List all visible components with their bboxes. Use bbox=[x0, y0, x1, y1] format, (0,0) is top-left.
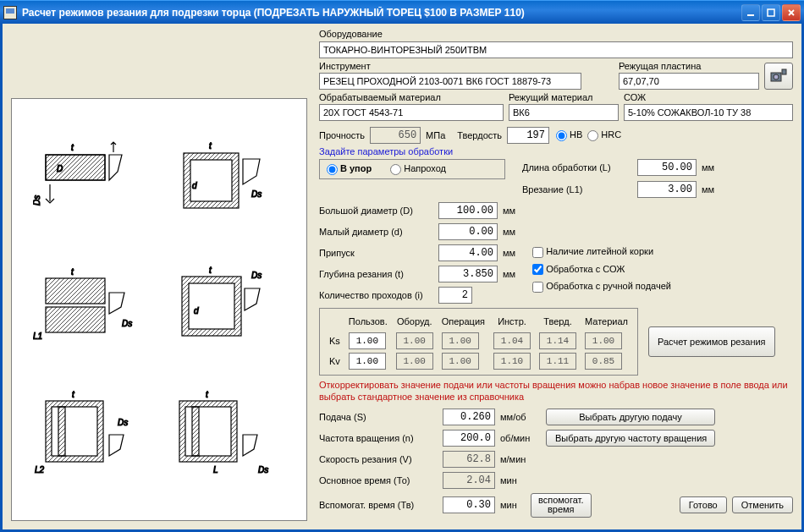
plunge-field[interactable]: 3.00 bbox=[637, 181, 697, 198]
aux-time-button[interactable]: вспомогат. время bbox=[531, 493, 592, 518]
hrc-radio[interactable] bbox=[587, 130, 598, 141]
ks-user[interactable]: 1.00 bbox=[349, 332, 386, 349]
mode-group: В упор Напроход bbox=[319, 159, 505, 179]
manual-check-wrap[interactable]: Обработка с ручной подачей bbox=[532, 281, 671, 293]
workmat-label: Обрабатываемый материал bbox=[319, 92, 504, 102]
svg-text:t: t bbox=[209, 141, 212, 151]
ks-equip: 1.00 bbox=[396, 332, 433, 349]
diagram-1: Ds t D bbox=[33, 138, 151, 231]
manual-check[interactable] bbox=[532, 282, 543, 293]
length-label: Длина обработки (L) bbox=[522, 162, 632, 173]
coolant-label: СОЖ bbox=[624, 92, 793, 102]
svg-text:L2: L2 bbox=[35, 465, 45, 474]
kv-hard: 1.11 bbox=[539, 353, 576, 370]
svg-text:Ds: Ds bbox=[122, 319, 132, 328]
diagram-4: t Ds d bbox=[167, 263, 285, 356]
hardness-field[interactable]: 197 bbox=[507, 127, 549, 144]
casting-check-wrap[interactable]: Наличие литейной корки bbox=[532, 246, 671, 258]
strength-label: Прочность bbox=[319, 130, 365, 140]
casting-check[interactable] bbox=[532, 247, 543, 258]
bigdia-field[interactable]: 100.00 bbox=[438, 202, 498, 219]
taux-field[interactable]: 0.30 bbox=[443, 496, 495, 513]
vupor-radio[interactable] bbox=[327, 164, 338, 175]
svg-text:t: t bbox=[209, 266, 212, 275]
maximize-button[interactable] bbox=[762, 4, 780, 21]
note-text: Откорректировать значение подачи или час… bbox=[319, 380, 793, 403]
tmain-field: 2.04 bbox=[443, 472, 495, 489]
svg-text:Ds: Ds bbox=[118, 418, 128, 427]
svg-rect-1 bbox=[768, 9, 774, 16]
svg-text:Ds: Ds bbox=[33, 195, 41, 206]
svg-text:Ds: Ds bbox=[251, 271, 262, 280]
rpm-label: Частота вращения (n) bbox=[319, 433, 438, 443]
ks-mat: 1.00 bbox=[585, 332, 622, 349]
coolant-field[interactable]: 5-10% СОЖАКВОЛ-10 ТУ 38 bbox=[624, 104, 793, 121]
diagram-5: t Ds L2 bbox=[33, 388, 151, 481]
coolant-check[interactable] bbox=[532, 264, 543, 275]
feed-label: Подача (S) bbox=[319, 412, 438, 422]
close-button[interactable] bbox=[782, 4, 801, 21]
svg-text:t: t bbox=[206, 390, 209, 399]
svg-text:Ds: Ds bbox=[251, 189, 262, 199]
svg-text:t: t bbox=[71, 267, 74, 277]
smalldia-field[interactable]: 0.00 bbox=[438, 223, 498, 240]
hb-radio-wrap[interactable]: HB bbox=[556, 129, 582, 141]
speed-label: Скорость резания (V) bbox=[319, 454, 438, 464]
kv-user[interactable]: 1.00 bbox=[349, 353, 386, 370]
svg-text:L: L bbox=[213, 465, 218, 474]
passes-field[interactable]: 2 bbox=[438, 287, 472, 304]
workmat-field[interactable]: 20Х ГОСТ 4543-71 bbox=[319, 104, 504, 121]
depth-field[interactable]: 3.850 bbox=[438, 266, 498, 282]
tmain-label: Основное время (То) bbox=[319, 475, 438, 485]
plunge-label: Врезание (L1) bbox=[522, 184, 632, 195]
rpm-field[interactable]: 200.0 bbox=[443, 430, 495, 447]
naprohod-radio[interactable] bbox=[390, 164, 401, 175]
svg-rect-36 bbox=[782, 69, 786, 74]
feed-field[interactable]: 0.260 bbox=[443, 409, 495, 425]
allowance-field[interactable]: 4.00 bbox=[438, 244, 498, 261]
vupor-radio-wrap[interactable]: В упор bbox=[327, 163, 372, 175]
equipment-label: Оборудование bbox=[319, 29, 793, 39]
insert-field[interactable]: 67,07,70 bbox=[619, 73, 759, 90]
equipment-field[interactable]: ТОКАРНО-ВИНТОРЕЗНЫЙ 250ИТВМ bbox=[319, 41, 793, 58]
bigdia-label: Большой диаметр (D) bbox=[319, 206, 433, 216]
svg-text:t: t bbox=[71, 143, 74, 152]
ks-oper: 1.00 bbox=[442, 332, 479, 349]
done-button[interactable]: Готово bbox=[680, 496, 727, 513]
diagram-6: t Ds L bbox=[167, 388, 285, 481]
sel-feed-button[interactable]: Выбрать другую подачу bbox=[546, 409, 715, 425]
coeff-panel: Пользов. Оборуд. Операция Инстр. Тверд. … bbox=[319, 308, 638, 376]
coolant-check-wrap[interactable]: Обработка с СОЖ bbox=[532, 264, 671, 276]
taux-label: Вспомогат. время (Тв) bbox=[319, 500, 438, 510]
naprohod-radio-wrap[interactable]: Напроход bbox=[390, 163, 446, 175]
svg-text:D: D bbox=[57, 164, 63, 173]
coeff-table: Пользов. Оборуд. Операция Инстр. Тверд. … bbox=[325, 312, 632, 371]
svg-text:Ds: Ds bbox=[258, 465, 268, 474]
svg-text:d: d bbox=[194, 306, 199, 315]
titlebar: Расчет режимов резания для подрезки торц… bbox=[0, 0, 804, 24]
cancel-button[interactable]: Отменить bbox=[732, 496, 793, 513]
svg-rect-3 bbox=[46, 155, 105, 180]
length-field[interactable]: 50.00 bbox=[637, 159, 697, 176]
insert-label: Режущая пластина bbox=[619, 61, 759, 71]
tool-field[interactable]: РЕЗЕЦ ПРОХОДНОЙ 2103-0071 ВК6 ГОСТ 18879… bbox=[319, 73, 581, 90]
minimize-button[interactable] bbox=[741, 4, 760, 21]
svg-rect-13 bbox=[46, 307, 105, 332]
hrc-radio-wrap[interactable]: HRC bbox=[587, 129, 621, 141]
cutmat-field[interactable]: ВК6 bbox=[509, 104, 619, 121]
diagram-3: t L1 Ds bbox=[33, 263, 151, 356]
sel-rpm-button[interactable]: Выбрать другую частоту вращения bbox=[546, 430, 715, 447]
svg-rect-30 bbox=[192, 407, 199, 456]
svg-rect-12 bbox=[46, 278, 105, 304]
camera-button[interactable] bbox=[764, 63, 793, 90]
hb-radio[interactable] bbox=[556, 130, 567, 141]
tool-label: Инструмент bbox=[319, 61, 614, 71]
window-title: Расчет режимов резания для подрезки торц… bbox=[22, 7, 741, 19]
calc-button[interactable]: Расчет режимов резания bbox=[648, 326, 775, 357]
cutmat-label: Режущий материал bbox=[509, 92, 619, 102]
app-icon bbox=[3, 6, 17, 19]
diagram-2: t d Ds bbox=[167, 138, 285, 231]
strength-unit: МПа bbox=[426, 130, 445, 140]
strength-field: 650 bbox=[370, 127, 421, 144]
diagram-panel: Ds t D t d Ds bbox=[11, 98, 307, 521]
